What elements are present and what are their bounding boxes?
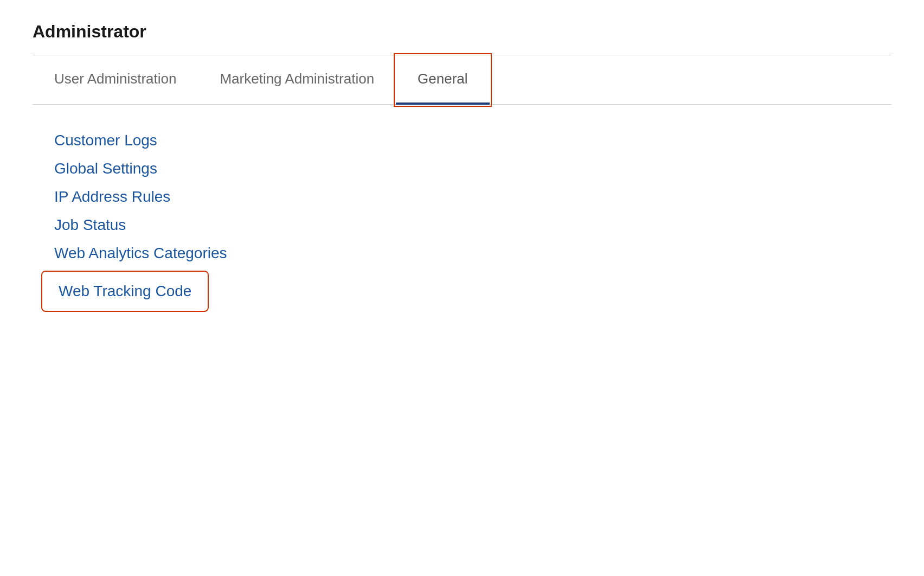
tabs-bar: User Administration Marketing Administra… (33, 55, 891, 105)
nav-item-wrapper-web-analytics-categories: Web Analytics Categories (43, 239, 881, 267)
nav-item-wrapper-customer-logs: Customer Logs (43, 126, 881, 155)
tab-marketing-administration[interactable]: Marketing Administration (198, 55, 396, 105)
content-area: Customer Logs Global Settings IP Address… (33, 105, 891, 337)
tab-user-administration[interactable]: User Administration (33, 55, 198, 105)
nav-item-wrapper-web-tracking-code: Web Tracking Code (43, 267, 881, 315)
nav-item-web-tracking-code[interactable]: Web Tracking Code (43, 273, 207, 310)
page-title: Administrator (33, 22, 891, 42)
page-container: Administrator User Administration Market… (0, 0, 924, 359)
nav-item-wrapper-ip-address-rules: IP Address Rules (43, 183, 881, 211)
nav-list: Customer Logs Global Settings IP Address… (43, 126, 881, 315)
tab-general[interactable]: General (396, 55, 490, 105)
